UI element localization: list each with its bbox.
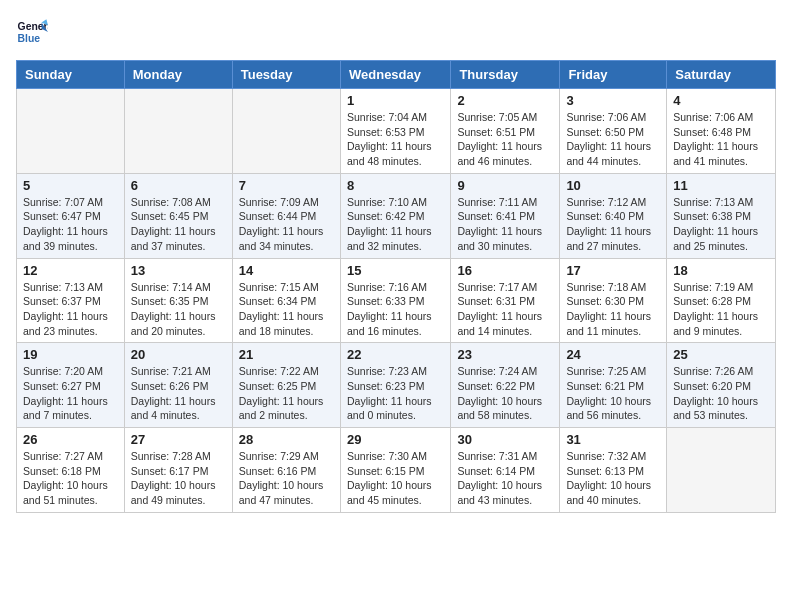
calendar-cell: 19Sunrise: 7:20 AM Sunset: 6:27 PM Dayli…	[17, 343, 125, 428]
calendar-cell	[124, 89, 232, 174]
day-number: 11	[673, 178, 769, 193]
day-info: Sunrise: 7:30 AM Sunset: 6:15 PM Dayligh…	[347, 449, 444, 508]
calendar-week-1: 1Sunrise: 7:04 AM Sunset: 6:53 PM Daylig…	[17, 89, 776, 174]
calendar-cell	[17, 89, 125, 174]
calendar-cell: 8Sunrise: 7:10 AM Sunset: 6:42 PM Daylig…	[340, 173, 450, 258]
calendar-cell: 4Sunrise: 7:06 AM Sunset: 6:48 PM Daylig…	[667, 89, 776, 174]
calendar-cell: 6Sunrise: 7:08 AM Sunset: 6:45 PM Daylig…	[124, 173, 232, 258]
logo-icon: General Blue	[16, 16, 48, 48]
day-number: 7	[239, 178, 334, 193]
day-number: 21	[239, 347, 334, 362]
weekday-header-wednesday: Wednesday	[340, 61, 450, 89]
day-number: 29	[347, 432, 444, 447]
calendar-cell	[667, 428, 776, 513]
day-info: Sunrise: 7:07 AM Sunset: 6:47 PM Dayligh…	[23, 195, 118, 254]
calendar-cell: 26Sunrise: 7:27 AM Sunset: 6:18 PM Dayli…	[17, 428, 125, 513]
day-number: 24	[566, 347, 660, 362]
weekday-header-sunday: Sunday	[17, 61, 125, 89]
day-number: 18	[673, 263, 769, 278]
day-info: Sunrise: 7:31 AM Sunset: 6:14 PM Dayligh…	[457, 449, 553, 508]
logo: General Blue	[16, 16, 52, 48]
calendar-cell: 12Sunrise: 7:13 AM Sunset: 6:37 PM Dayli…	[17, 258, 125, 343]
day-number: 26	[23, 432, 118, 447]
calendar-cell: 17Sunrise: 7:18 AM Sunset: 6:30 PM Dayli…	[560, 258, 667, 343]
day-info: Sunrise: 7:20 AM Sunset: 6:27 PM Dayligh…	[23, 364, 118, 423]
day-info: Sunrise: 7:09 AM Sunset: 6:44 PM Dayligh…	[239, 195, 334, 254]
weekday-header-saturday: Saturday	[667, 61, 776, 89]
calendar-week-3: 12Sunrise: 7:13 AM Sunset: 6:37 PM Dayli…	[17, 258, 776, 343]
day-info: Sunrise: 7:15 AM Sunset: 6:34 PM Dayligh…	[239, 280, 334, 339]
calendar-cell: 28Sunrise: 7:29 AM Sunset: 6:16 PM Dayli…	[232, 428, 340, 513]
day-info: Sunrise: 7:22 AM Sunset: 6:25 PM Dayligh…	[239, 364, 334, 423]
day-number: 23	[457, 347, 553, 362]
day-info: Sunrise: 7:06 AM Sunset: 6:48 PM Dayligh…	[673, 110, 769, 169]
day-number: 8	[347, 178, 444, 193]
calendar-cell: 27Sunrise: 7:28 AM Sunset: 6:17 PM Dayli…	[124, 428, 232, 513]
day-number: 17	[566, 263, 660, 278]
weekday-header-monday: Monday	[124, 61, 232, 89]
day-number: 9	[457, 178, 553, 193]
day-number: 19	[23, 347, 118, 362]
calendar-table: SundayMondayTuesdayWednesdayThursdayFrid…	[16, 60, 776, 513]
day-number: 6	[131, 178, 226, 193]
calendar-week-2: 5Sunrise: 7:07 AM Sunset: 6:47 PM Daylig…	[17, 173, 776, 258]
calendar-cell: 20Sunrise: 7:21 AM Sunset: 6:26 PM Dayli…	[124, 343, 232, 428]
day-info: Sunrise: 7:25 AM Sunset: 6:21 PM Dayligh…	[566, 364, 660, 423]
calendar-cell: 13Sunrise: 7:14 AM Sunset: 6:35 PM Dayli…	[124, 258, 232, 343]
day-number: 12	[23, 263, 118, 278]
day-info: Sunrise: 7:04 AM Sunset: 6:53 PM Dayligh…	[347, 110, 444, 169]
day-number: 3	[566, 93, 660, 108]
day-number: 10	[566, 178, 660, 193]
day-info: Sunrise: 7:27 AM Sunset: 6:18 PM Dayligh…	[23, 449, 118, 508]
calendar-cell: 18Sunrise: 7:19 AM Sunset: 6:28 PM Dayli…	[667, 258, 776, 343]
day-number: 16	[457, 263, 553, 278]
weekday-header-thursday: Thursday	[451, 61, 560, 89]
day-info: Sunrise: 7:13 AM Sunset: 6:37 PM Dayligh…	[23, 280, 118, 339]
day-info: Sunrise: 7:10 AM Sunset: 6:42 PM Dayligh…	[347, 195, 444, 254]
day-info: Sunrise: 7:08 AM Sunset: 6:45 PM Dayligh…	[131, 195, 226, 254]
day-number: 25	[673, 347, 769, 362]
weekday-header-tuesday: Tuesday	[232, 61, 340, 89]
day-number: 1	[347, 93, 444, 108]
calendar-cell: 2Sunrise: 7:05 AM Sunset: 6:51 PM Daylig…	[451, 89, 560, 174]
day-info: Sunrise: 7:24 AM Sunset: 6:22 PM Dayligh…	[457, 364, 553, 423]
day-info: Sunrise: 7:17 AM Sunset: 6:31 PM Dayligh…	[457, 280, 553, 339]
day-number: 20	[131, 347, 226, 362]
day-info: Sunrise: 7:06 AM Sunset: 6:50 PM Dayligh…	[566, 110, 660, 169]
calendar-cell: 30Sunrise: 7:31 AM Sunset: 6:14 PM Dayli…	[451, 428, 560, 513]
weekday-header-friday: Friday	[560, 61, 667, 89]
day-number: 14	[239, 263, 334, 278]
calendar-cell: 11Sunrise: 7:13 AM Sunset: 6:38 PM Dayli…	[667, 173, 776, 258]
day-info: Sunrise: 7:29 AM Sunset: 6:16 PM Dayligh…	[239, 449, 334, 508]
calendar-cell: 29Sunrise: 7:30 AM Sunset: 6:15 PM Dayli…	[340, 428, 450, 513]
day-info: Sunrise: 7:18 AM Sunset: 6:30 PM Dayligh…	[566, 280, 660, 339]
page-header: General Blue	[16, 16, 776, 48]
day-info: Sunrise: 7:32 AM Sunset: 6:13 PM Dayligh…	[566, 449, 660, 508]
calendar-cell: 10Sunrise: 7:12 AM Sunset: 6:40 PM Dayli…	[560, 173, 667, 258]
day-number: 30	[457, 432, 553, 447]
day-number: 13	[131, 263, 226, 278]
day-info: Sunrise: 7:11 AM Sunset: 6:41 PM Dayligh…	[457, 195, 553, 254]
calendar-week-4: 19Sunrise: 7:20 AM Sunset: 6:27 PM Dayli…	[17, 343, 776, 428]
day-info: Sunrise: 7:21 AM Sunset: 6:26 PM Dayligh…	[131, 364, 226, 423]
day-info: Sunrise: 7:05 AM Sunset: 6:51 PM Dayligh…	[457, 110, 553, 169]
calendar-week-5: 26Sunrise: 7:27 AM Sunset: 6:18 PM Dayli…	[17, 428, 776, 513]
weekday-header-row: SundayMondayTuesdayWednesdayThursdayFrid…	[17, 61, 776, 89]
day-info: Sunrise: 7:13 AM Sunset: 6:38 PM Dayligh…	[673, 195, 769, 254]
calendar-cell: 3Sunrise: 7:06 AM Sunset: 6:50 PM Daylig…	[560, 89, 667, 174]
day-info: Sunrise: 7:16 AM Sunset: 6:33 PM Dayligh…	[347, 280, 444, 339]
calendar-cell: 7Sunrise: 7:09 AM Sunset: 6:44 PM Daylig…	[232, 173, 340, 258]
day-number: 2	[457, 93, 553, 108]
day-number: 28	[239, 432, 334, 447]
svg-text:Blue: Blue	[18, 33, 41, 44]
day-info: Sunrise: 7:26 AM Sunset: 6:20 PM Dayligh…	[673, 364, 769, 423]
day-info: Sunrise: 7:19 AM Sunset: 6:28 PM Dayligh…	[673, 280, 769, 339]
day-number: 31	[566, 432, 660, 447]
calendar-cell: 14Sunrise: 7:15 AM Sunset: 6:34 PM Dayli…	[232, 258, 340, 343]
calendar-cell: 31Sunrise: 7:32 AM Sunset: 6:13 PM Dayli…	[560, 428, 667, 513]
day-info: Sunrise: 7:12 AM Sunset: 6:40 PM Dayligh…	[566, 195, 660, 254]
calendar-cell: 16Sunrise: 7:17 AM Sunset: 6:31 PM Dayli…	[451, 258, 560, 343]
calendar-cell: 21Sunrise: 7:22 AM Sunset: 6:25 PM Dayli…	[232, 343, 340, 428]
calendar-cell	[232, 89, 340, 174]
day-info: Sunrise: 7:28 AM Sunset: 6:17 PM Dayligh…	[131, 449, 226, 508]
